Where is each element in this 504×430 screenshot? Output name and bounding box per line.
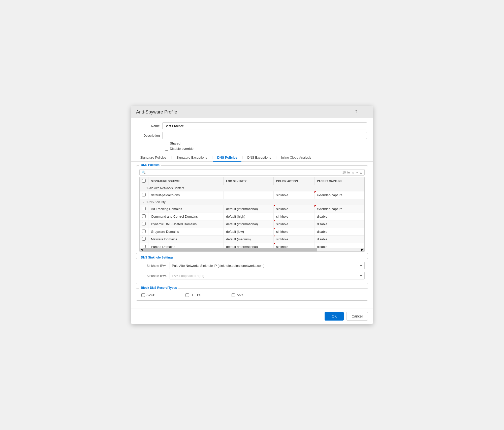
row-checkbox[interactable] <box>142 207 146 210</box>
any-label: ANY <box>237 293 243 297</box>
cancel-button[interactable]: Cancel <box>346 312 368 321</box>
name-label: Name <box>137 124 162 128</box>
dns-policies-table-container: SIGNATURE SOURCE LOG SEVERITY POLICY ACT… <box>139 177 365 252</box>
tab-sep-3: | <box>241 156 243 159</box>
row-checkbox[interactable] <box>142 230 146 233</box>
disable-override-row: Disable override <box>137 147 367 151</box>
col-policy-action: POLICY ACTION <box>274 177 314 185</box>
col-signature-source: SIGNATURE SOURCE <box>148 177 224 185</box>
table-row: Malware Domainsdefault (medium)sinkholed… <box>140 236 364 243</box>
dns-policies-content: 🔍 10 items → ▲ <box>136 166 368 254</box>
search-input[interactable] <box>147 170 342 174</box>
row-checkbox[interactable] <box>142 214 146 218</box>
dns-policies-title: DNS Policies <box>139 163 161 167</box>
tab-sep-4: | <box>275 156 277 159</box>
cell-policy-action: sinkhole <box>274 191 314 199</box>
dns-sinkhole-section: DNS Sinkhole Settings Sinkhole IPv4 Palo… <box>136 258 368 284</box>
svcb-item: SVCB <box>141 293 155 297</box>
disable-override-checkbox[interactable] <box>165 147 168 151</box>
any-item: ANY <box>232 293 243 297</box>
table-scroll[interactable]: SIGNATURE SOURCE LOG SEVERITY POLICY ACT… <box>140 177 364 248</box>
shared-label: Shared <box>170 141 180 145</box>
scroll-thumb[interactable] <box>143 248 317 251</box>
col-log-severity: LOG SEVERITY <box>224 177 274 185</box>
tab-inline-cloud[interactable]: Inline Cloud Analysis <box>277 154 315 162</box>
description-label: Description <box>137 134 162 137</box>
minimize-icon[interactable]: □ <box>362 109 368 115</box>
header-checkbox-cell <box>140 177 148 185</box>
cell-source: Grayware Domains <box>148 228 224 236</box>
content-area: DNS Policies 🔍 10 items → ▲ <box>131 162 373 308</box>
dialog-title: Anti-Spyware Profile <box>136 109 177 115</box>
table-row: Parked Domainsdefault (informational)sin… <box>140 243 364 248</box>
scroll-up-icon[interactable]: ▲ <box>360 171 362 174</box>
row-checkbox-cell <box>140 236 148 243</box>
scroll-left-btn[interactable]: ◀ <box>140 248 143 251</box>
shared-checkbox[interactable] <box>165 142 168 145</box>
select-all-checkbox[interactable] <box>142 179 146 183</box>
cell-log-severity: default (medium) <box>224 236 274 243</box>
description-input[interactable] <box>162 132 367 139</box>
item-count: 10 items <box>342 171 354 174</box>
cell-log-severity: default (high) <box>224 213 274 220</box>
ipv6-label: Sinkhole IPv6 <box>139 274 170 278</box>
table-row: Command and Control Domainsdefault (high… <box>140 213 364 220</box>
tab-sep-2: | <box>211 156 213 159</box>
group-label: ⌄: Palo Alto Networks Content <box>140 185 364 191</box>
cell-policy-action: sinkhole <box>274 236 314 243</box>
anti-spyware-dialog: Anti-Spyware Profile ? □ Name Descriptio… <box>131 106 373 324</box>
search-arrow-icon[interactable]: → <box>355 170 359 174</box>
horizontal-scrollbar[interactable]: ◀ ▶ <box>140 248 364 251</box>
cell-log-severity: default (informational) <box>224 243 274 248</box>
row-checkbox[interactable] <box>142 222 146 225</box>
ipv6-row: Sinkhole IPv6 IPv6 Loopback IP (::1) ▼ <box>139 272 365 279</box>
ipv4-select[interactable]: Palo Alto Networks Sinkhole IP (sinkhole… <box>170 262 365 269</box>
cell-policy-action: sinkhole <box>274 205 314 213</box>
search-bar: 🔍 10 items → ▲ <box>139 169 365 176</box>
table-body: ⌄: Palo Alto Networks Contentdefault-pal… <box>140 185 364 248</box>
row-checkbox[interactable] <box>142 237 146 241</box>
scroll-right-btn[interactable]: ▶ <box>361 248 364 251</box>
cell-source: Parked Domains <box>148 243 224 248</box>
cell-packet-capture: disable <box>314 213 364 220</box>
https-item: HTTPS <box>185 293 201 297</box>
ipv6-select-wrapper: IPv6 Loopback IP (::1) ▼ <box>170 272 365 279</box>
shared-row: Shared <box>137 141 367 145</box>
cell-source: Malware Domains <box>148 236 224 243</box>
https-checkbox[interactable] <box>185 293 189 297</box>
svcb-label: SVCB <box>146 293 155 297</box>
tab-signature-policies[interactable]: Signature Policies <box>136 154 170 162</box>
name-input[interactable] <box>162 122 367 129</box>
ipv6-placeholder: IPv6 Loopback IP (::1) <box>170 272 365 279</box>
cell-log-severity <box>224 191 274 199</box>
block-dns-title: Block DNS Record Types <box>139 286 178 290</box>
tab-sep-1: | <box>170 156 172 159</box>
group-label: ⌄: DNS Security <box>140 199 364 205</box>
cell-packet-capture: disable <box>314 220 364 228</box>
cell-packet-capture: extended-capture <box>314 191 364 199</box>
tab-dns-exceptions[interactable]: DNS Exceptions <box>243 154 275 162</box>
tab-dns-policies[interactable]: DNS Policies <box>213 154 241 162</box>
tab-signature-exceptions[interactable]: Signature Exceptions <box>172 154 211 162</box>
any-checkbox[interactable] <box>232 293 235 297</box>
dns-policies-section: DNS Policies 🔍 10 items → ▲ <box>136 165 368 254</box>
search-icon: 🔍 <box>142 170 146 174</box>
ok-button[interactable]: OK <box>325 312 344 321</box>
group-header: ⌄: DNS Security <box>140 199 364 205</box>
cell-log-severity: default (informational) <box>224 205 274 213</box>
cell-policy-action: sinkhole <box>274 220 314 228</box>
row-checkbox[interactable] <box>142 193 146 196</box>
row-checkbox[interactable] <box>142 245 146 248</box>
header-icons: ? □ <box>353 109 368 115</box>
help-icon[interactable]: ? <box>353 109 359 115</box>
tabs: Signature Policies | Signature Exception… <box>131 154 373 162</box>
row-checkbox-cell <box>140 213 148 220</box>
cell-packet-capture: disable <box>314 236 364 243</box>
table-row: Dynamic DNS Hosted Domainsdefault (infor… <box>140 220 364 228</box>
svcb-checkbox[interactable] <box>141 293 145 297</box>
name-row: Name <box>137 122 367 129</box>
cell-source: Command and Control Domains <box>148 213 224 220</box>
col-packet-capture: PACKET CAPTURE <box>314 177 364 185</box>
disable-override-label: Disable override <box>170 147 194 151</box>
row-checkbox-cell <box>140 205 148 213</box>
